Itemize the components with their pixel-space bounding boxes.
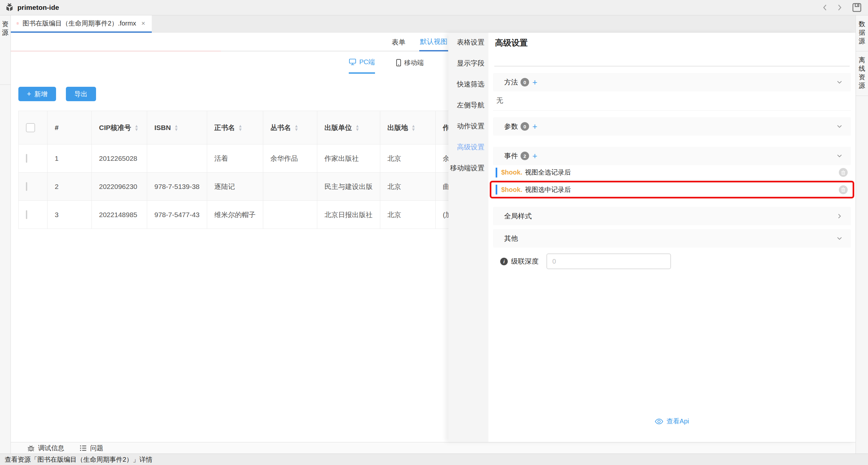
column-header-丛书名: 丛书名▲▼ <box>263 111 317 144</box>
settings-nav-item-表格设置[interactable]: 表格设置 <box>448 38 488 47</box>
params-count-badge: 0 <box>521 122 529 131</box>
row-checkbox[interactable] <box>26 154 27 163</box>
row-select-cell <box>19 144 48 173</box>
table-row: 22022096230978-7-5139-38逐陆记民主与建设出版北京曲飞, <box>19 173 514 201</box>
hook-row[interactable]: $hook.视图全选记录后 <box>493 165 851 180</box>
app-logo-icon <box>5 3 14 12</box>
right-rail-item-离线资源[interactable]: 离线资源 <box>856 52 868 96</box>
chevron-down-icon[interactable] <box>836 123 843 130</box>
select-all-checkbox[interactable] <box>26 123 35 132</box>
settings-nav-item-动作设置[interactable]: 动作设置 <box>448 122 488 131</box>
view-tab-表单[interactable]: 表单 <box>391 33 406 52</box>
column-label: 出版地 <box>388 123 408 132</box>
chevron-down-icon[interactable] <box>836 78 843 86</box>
info-icon: i <box>500 258 508 265</box>
problems-tab[interactable]: 问题 <box>79 444 103 453</box>
sort-carets-icon[interactable]: ▲▼ <box>355 124 360 131</box>
export-button[interactable]: 导出 <box>66 87 96 101</box>
section-other[interactable]: 其他 <box>493 229 851 247</box>
settings-nav-item-左侧导航[interactable]: 左侧导航 <box>448 101 488 110</box>
history-forward-icon[interactable] <box>834 2 845 13</box>
global-style-label: 全局样式 <box>504 211 532 221</box>
table-cell: 民主与建设出版 <box>317 173 380 201</box>
settings-panel: 表格设置显示字段快速筛选左侧导航动作设置高级设置移动端设置 高级设置 方法 0 … <box>448 33 856 442</box>
cascade-depth-input[interactable] <box>547 254 671 269</box>
settings-main: 高级设置 方法 0 + 无 参数 0 + <box>488 33 856 442</box>
row-select-cell <box>19 173 48 201</box>
table-cell: 北京 <box>380 201 435 229</box>
table-cell: 2012265028 <box>92 144 147 173</box>
status-bar: 查看资源「图书在版编目（生命周期事件2）」详情 <box>0 454 868 465</box>
bottom-bar: 调试信息 问题 <box>11 442 856 454</box>
history-back-icon[interactable] <box>819 2 831 13</box>
section-global-style[interactable]: 全局样式 <box>493 207 851 225</box>
section-methods[interactable]: 方法 0 + <box>493 73 851 91</box>
hook-row[interactable]: $hook.视图选中记录后 <box>493 182 851 197</box>
delete-hook-icon[interactable] <box>839 185 848 194</box>
hook-label: 视图全选记录后 <box>525 168 571 177</box>
table-row: 32022148985978-7-5477-43维米尔的帽子北京日报出版社北京(… <box>19 201 514 229</box>
add-event-icon[interactable]: + <box>532 151 537 161</box>
hook-accent-bar <box>496 168 497 177</box>
view-tab-默认视图[interactable]: 默认视图 <box>419 33 448 52</box>
table-cell: 作家出版社 <box>317 144 380 173</box>
header-cell-content: 正书名▲▼ <box>214 123 256 132</box>
view-api-link[interactable]: 查看Api <box>655 417 689 426</box>
events-label: 事件 <box>504 151 518 161</box>
table-cell: 北京日报出版社 <box>317 201 380 229</box>
debug-info-tab[interactable]: 调试信息 <box>27 444 64 453</box>
sort-desc-icon[interactable]: ▼ <box>294 128 299 131</box>
cascade-depth-label: 级联深度 <box>511 257 538 266</box>
sort-carets-icon[interactable]: ▲▼ <box>238 124 243 131</box>
settings-nav-item-高级设置[interactable]: 高级设置 <box>448 142 488 152</box>
left-rail: 资源 <box>0 15 11 454</box>
settings-nav-item-移动端设置[interactable]: 移动端设置 <box>448 163 488 173</box>
app-title: primeton-ide <box>18 4 59 11</box>
form-file-icon <box>17 19 19 28</box>
device-tab-PC端[interactable]: PC端 <box>349 52 375 74</box>
records-table: #CIP核准号▲▼ISBN▲▼正书名▲▼丛书名▲▼出版单位▲▼出版地▲▼作者 1… <box>18 111 514 229</box>
device-tab-移动端[interactable]: 移动端 <box>396 52 424 74</box>
row-checkbox[interactable] <box>26 210 27 219</box>
settings-nav-item-快速筛选[interactable]: 快速筛选 <box>448 79 488 89</box>
add-button[interactable]: + 新增 <box>18 87 56 101</box>
sort-carets-icon[interactable]: ▲▼ <box>134 124 138 131</box>
view-tabs: 表单默认视图 <box>391 33 448 52</box>
add-method-icon[interactable]: + <box>532 77 537 88</box>
column-header-正书名: 正书名▲▼ <box>207 111 263 144</box>
delete-hook-icon[interactable] <box>839 168 848 177</box>
settings-nav: 表格设置显示字段快速筛选左侧导航动作设置高级设置移动端设置 <box>448 33 488 442</box>
sort-desc-icon[interactable]: ▼ <box>238 128 243 131</box>
column-header-出版单位: 出版单位▲▼ <box>317 111 380 144</box>
sort-carets-icon[interactable]: ▲▼ <box>174 124 178 131</box>
methods-count-badge: 0 <box>521 78 529 87</box>
document-tab-title: 图书在版编目（生命周期事件2）.formx <box>23 19 136 28</box>
save-icon[interactable] <box>850 1 863 14</box>
column-label: 丛书名 <box>271 123 291 132</box>
table-cell: 北京 <box>380 144 435 173</box>
sort-desc-icon[interactable]: ▼ <box>134 128 138 131</box>
sort-desc-icon[interactable]: ▼ <box>174 128 178 131</box>
section-params[interactable]: 参数 0 + <box>493 117 851 136</box>
chevron-down-icon[interactable] <box>836 152 843 160</box>
table-cell <box>263 201 317 229</box>
column-label: CIP核准号 <box>99 123 131 132</box>
sort-carets-icon[interactable]: ▲▼ <box>294 124 299 131</box>
header-cell-content: 出版地▲▼ <box>388 123 428 132</box>
chevron-down-icon[interactable] <box>836 235 843 242</box>
chevron-right-icon[interactable] <box>836 212 843 220</box>
table-cell: 978-7-5477-43 <box>147 201 207 229</box>
row-checkbox[interactable] <box>26 182 27 191</box>
right-rail-item-数据源[interactable]: 数据源 <box>856 15 868 52</box>
document-tab[interactable]: 图书在版编目（生命周期事件2）.formx × <box>11 15 152 33</box>
left-rail-item-资源[interactable]: 资源 <box>0 15 10 85</box>
export-button-label: 导出 <box>74 90 88 99</box>
settings-nav-item-显示字段[interactable]: 显示字段 <box>448 59 488 68</box>
add-param-icon[interactable]: + <box>532 122 537 132</box>
close-tab-icon[interactable]: × <box>141 20 145 27</box>
sort-desc-icon[interactable]: ▼ <box>355 128 360 131</box>
section-events[interactable]: 事件 2 + <box>493 147 851 165</box>
column-label: ISBN <box>154 124 171 132</box>
sort-desc-icon[interactable]: ▼ <box>411 128 416 131</box>
sort-carets-icon[interactable]: ▲▼ <box>411 124 416 131</box>
